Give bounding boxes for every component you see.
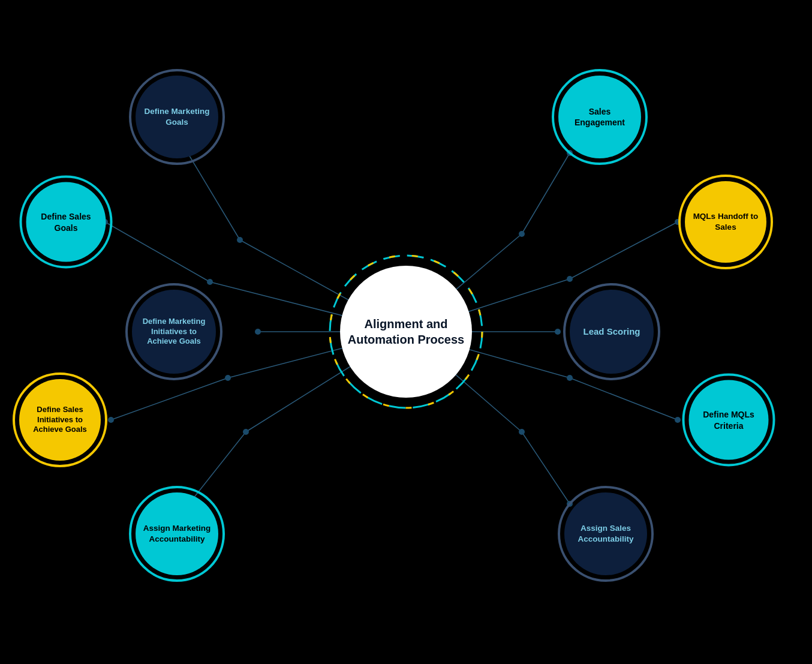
- node-label-assign-marketing-accountability: Assign Marketing Accountability: [142, 523, 212, 544]
- diagram-container: Alignment and Automation Process Define …: [0, 0, 812, 664]
- node-define-sales-goals[interactable]: Define Sales Goals: [26, 182, 106, 262]
- node-lead-scoring[interactable]: Lead Scoring: [570, 290, 654, 374]
- svg-line-1: [186, 150, 240, 240]
- center-label: Alignment and Automation Process: [340, 316, 472, 347]
- svg-point-27: [555, 329, 561, 335]
- svg-point-6: [207, 279, 213, 285]
- node-label-mqls-handoff: MQLs Handoff to Sales: [691, 211, 760, 232]
- node-label-define-sales-initiatives: Define Sales Initiatives to Achieve Goal…: [25, 405, 95, 435]
- svg-line-5: [105, 222, 210, 282]
- svg-point-2: [237, 237, 243, 243]
- svg-line-29: [570, 378, 678, 420]
- svg-line-19: [522, 153, 570, 234]
- svg-point-16: [243, 429, 249, 435]
- node-define-marketing-goals[interactable]: Define Marketing Goals: [136, 76, 218, 158]
- node-label-define-sales-goals: Define Sales Goals: [32, 211, 100, 233]
- svg-point-31: [675, 417, 681, 423]
- node-sales-engagement[interactable]: Sales Engagement: [558, 76, 641, 158]
- svg-point-9: [255, 329, 261, 335]
- svg-point-13: [108, 417, 114, 423]
- node-label-lead-scoring: Lead Scoring: [583, 326, 640, 338]
- node-define-sales-initiatives[interactable]: Define Sales Initiatives to Achieve Goal…: [19, 379, 101, 461]
- node-assign-marketing-accountability[interactable]: Assign Marketing Accountability: [136, 492, 218, 575]
- svg-point-34: [519, 429, 525, 435]
- svg-point-30: [567, 375, 573, 381]
- node-define-mqls-criteria[interactable]: Define MQLs Criteria: [689, 380, 769, 460]
- svg-point-20: [519, 231, 525, 237]
- node-mqls-handoff[interactable]: MQLs Handoff to Sales: [685, 181, 766, 263]
- node-label-define-mqls-criteria: Define MQLs Criteria: [695, 409, 763, 431]
- center-node: Alignment and Automation Process: [340, 266, 472, 398]
- svg-line-33: [522, 432, 570, 504]
- node-label-define-marketing-goals: Define Marketing Goals: [142, 106, 212, 127]
- svg-line-23: [570, 222, 678, 279]
- node-label-assign-sales-accountability: Assign Sales Accountability: [570, 523, 641, 544]
- svg-line-11: [111, 378, 228, 420]
- node-label-sales-engagement: Sales Engagement: [564, 106, 635, 128]
- svg-point-12: [225, 375, 231, 381]
- node-define-marketing-initiatives[interactable]: Define Marketing Initiatives to Achieve …: [132, 290, 216, 374]
- svg-point-24: [567, 276, 573, 282]
- node-label-define-marketing-initiatives: Define Marketing Initiatives to Achieve …: [138, 317, 210, 347]
- node-assign-sales-accountability[interactable]: Assign Sales Accountability: [564, 492, 647, 575]
